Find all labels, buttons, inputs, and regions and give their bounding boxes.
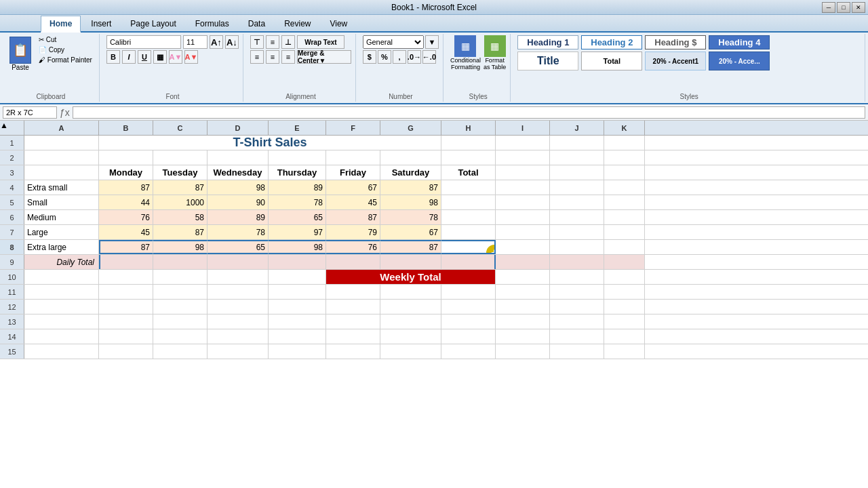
cell-c11[interactable] [153,285,208,299]
cell-h2[interactable] [441,150,496,165]
wrap-text-button[interactable]: Wrap Text [297,35,344,49]
cell-d5[interactable]: 90 [208,195,269,209]
cell-k9[interactable] [604,255,645,269]
cell-k4[interactable] [604,180,645,195]
minimize-button[interactable]: ─ [822,2,835,13]
cell-d7[interactable]: 78 [208,225,269,239]
cell-h13[interactable] [441,314,496,329]
accent2-style[interactable]: 20% - Acce... [709,52,770,70]
cell-b12[interactable] [99,300,153,314]
cell-b4[interactable]: 87 [99,180,153,195]
font-name-input[interactable] [106,35,181,49]
heading3-style[interactable]: Heading $ [645,35,706,49]
col-header-g[interactable]: G [380,121,441,136]
cell-b3[interactable]: Monday [99,165,153,180]
col-header-f[interactable]: F [326,121,380,136]
cell-i12[interactable]: iMa TECH'S [496,300,550,314]
cell-a3[interactable] [24,165,99,180]
cell-i7[interactable] [496,225,550,239]
number-format-dropdown[interactable]: ▼ [425,35,439,49]
cell-e8[interactable]: 98 [269,240,326,254]
percent-button[interactable]: % [378,50,391,64]
cell-d4[interactable]: 98 [208,180,269,195]
copy-button[interactable]: 📄 Copy [36,45,95,54]
cell-d11[interactable] [208,285,269,299]
tab-view[interactable]: View [321,16,356,31]
cell-a5[interactable]: Small [24,195,99,209]
cell-a2[interactable] [24,150,99,165]
cell-b13[interactable] [99,314,153,329]
font-color-button[interactable]: A▼ [184,50,198,64]
cell-c5[interactable]: 1000 [153,195,208,209]
cell-k12[interactable] [604,300,645,314]
underline-button[interactable]: U [138,50,151,64]
cell-i1[interactable] [496,136,550,150]
decrease-decimal-button[interactable]: ←.0 [422,50,436,64]
cell-f6[interactable]: 87 [326,210,380,224]
cell-b1-merged[interactable]: T-Shirt Sales [99,136,441,150]
align-top-button[interactable]: ⊤ [250,35,264,49]
cell-k10[interactable] [604,270,645,284]
cell-k6[interactable] [604,210,645,224]
total-style[interactable]: Total [581,52,642,70]
cell-f2[interactable] [326,150,380,165]
tab-home[interactable]: Home [41,16,81,33]
cell-k15[interactable] [604,344,645,359]
tab-insert[interactable]: Insert [82,16,120,31]
cell-h11[interactable] [441,285,496,299]
cell-e12[interactable] [269,300,326,314]
cell-k11[interactable] [604,285,645,299]
cell-g2[interactable] [380,150,441,165]
cell-h14[interactable] [441,329,496,344]
conditional-format-btn[interactable]: ▦ ConditionalFormatting [450,35,481,70]
cell-j13[interactable] [550,314,604,329]
cell-d10[interactable] [208,270,269,284]
cell-g12[interactable] [380,300,441,314]
cell-d3[interactable]: Wednesday [208,165,269,180]
cell-e3[interactable]: Thursday [269,165,326,180]
cell-f4[interactable]: 67 [326,180,380,195]
cell-e7[interactable]: 97 [269,225,326,239]
cell-h5[interactable] [441,195,496,209]
paste-button[interactable]: 📋 Paste [7,35,34,73]
cell-g11[interactable] [380,285,441,299]
cell-a4[interactable]: Extra small [24,180,99,195]
cell-h9[interactable] [441,255,496,269]
cell-f12[interactable] [326,300,380,314]
cell-d2[interactable] [208,150,269,165]
cell-j4[interactable] [550,180,604,195]
cut-button[interactable]: ✂ Cut [36,35,95,44]
cell-i10[interactable] [496,270,550,284]
col-header-b[interactable]: B [99,121,153,136]
align-right-button[interactable]: ≡ [281,50,295,64]
align-bottom-button[interactable]: ⊥ [281,35,295,49]
cell-f5[interactable]: 45 [326,195,380,209]
heading2-style[interactable]: Heading 2 [581,35,642,49]
cell-k14[interactable] [604,329,645,344]
accent1-style[interactable]: 20% - Accent1 [645,52,706,70]
cell-j10[interactable] [550,270,604,284]
name-box[interactable] [3,106,57,119]
cell-d14[interactable] [208,329,269,344]
bold-button[interactable]: B [106,50,120,64]
cell-c14[interactable] [153,329,208,344]
cell-c4[interactable]: 87 [153,180,208,195]
cell-b5[interactable]: 44 [99,195,153,209]
cell-i4[interactable] [496,180,550,195]
cell-j6[interactable] [550,210,604,224]
cell-k8[interactable] [604,240,645,254]
comma-button[interactable]: , [393,50,406,64]
heading1-style[interactable]: Heading 1 [517,35,578,49]
currency-button[interactable]: $ [363,50,376,64]
cell-h4[interactable] [441,180,496,195]
decrease-font-button[interactable]: A↓ [225,35,239,49]
cell-c15[interactable] [153,344,208,359]
cell-h3[interactable]: Total [441,165,496,180]
align-middle-button[interactable]: ≡ [266,35,279,49]
cell-j8[interactable] [550,240,604,254]
cell-a8[interactable]: Extra large [24,240,99,254]
cell-c9[interactable] [153,255,208,269]
cell-g6[interactable]: 78 [380,210,441,224]
cell-g3[interactable]: Saturday [380,165,441,180]
cell-c10[interactable] [153,270,208,284]
